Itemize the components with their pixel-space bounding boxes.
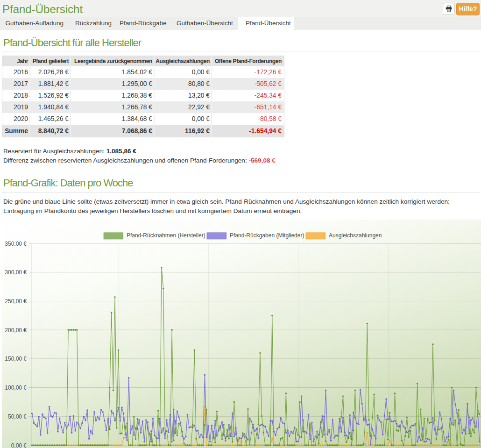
svg-text:200,00 €: 200,00 € xyxy=(5,327,27,334)
svg-text:50,00 €: 50,00 € xyxy=(8,413,27,420)
svg-text:0,00 €: 0,00 € xyxy=(11,442,27,448)
svg-text:150,00 €: 150,00 € xyxy=(5,356,27,362)
svg-text:100,00 €: 100,00 € xyxy=(5,384,27,391)
svg-text:Pfand-Rückgaben (Mitglieder): Pfand-Rückgaben (Mitglieder) xyxy=(230,232,304,239)
svg-text:300,00 €: 300,00 € xyxy=(5,269,27,276)
svg-text:Ausgleichszahlungen: Ausgleichszahlungen xyxy=(329,232,382,239)
svg-text:250,00 €: 250,00 € xyxy=(5,298,27,305)
svg-text:Pfand-Rücknahmen (Hersteller): Pfand-Rücknahmen (Hersteller) xyxy=(127,232,205,239)
svg-text:350,00 €: 350,00 € xyxy=(5,241,27,247)
